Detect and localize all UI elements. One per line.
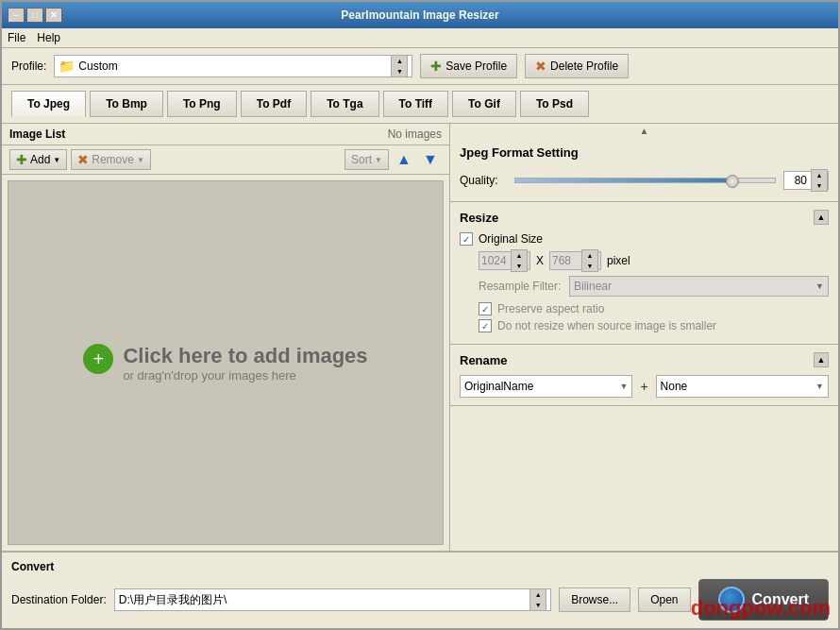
tab-bmp[interactable]: To Bmp — [90, 91, 163, 117]
format-tabs: To Jpeg To Bmp To Png To Pdf To Tga To T… — [2, 85, 838, 124]
sort-button[interactable]: Sort ▼ — [344, 149, 389, 170]
tab-png[interactable]: To Png — [167, 91, 237, 117]
preserve-aspect-checkbox[interactable] — [479, 302, 492, 315]
rename-collapse-button[interactable]: ▲ — [814, 352, 829, 367]
resize-options: Preserve aspect ratio Do not resize when… — [460, 302, 829, 332]
main-content: Image List No images ✚ Add ▼ ✖ Remove ▼ … — [2, 124, 838, 551]
rename-header: Rename ▲ — [460, 352, 829, 367]
menu-file[interactable]: File — [8, 31, 25, 44]
profile-spinner[interactable]: ▲ ▼ — [391, 55, 408, 77]
add-plus-icon: ✚ — [16, 152, 27, 167]
rename-section: Rename ▲ OriginalName ▼ + None ▼ — [450, 345, 838, 406]
right-panel: ▲ Jpeg Format Setting Quality: 80 — [450, 124, 838, 551]
image-list-toolbar: ✚ Add ▼ ✖ Remove ▼ Sort ▼ ▲ — [2, 145, 449, 175]
titlebar: − □ ✕ Pearlmountain Image Resizer — [2, 2, 838, 28]
move-up-button[interactable]: ▲ — [393, 149, 415, 170]
delete-profile-button[interactable]: ✖ Delete Profile — [525, 54, 629, 78]
width-spinner[interactable]: ▲ ▼ — [511, 249, 528, 272]
resize-collapse-button[interactable]: ▲ — [814, 210, 829, 225]
tab-tga[interactable]: To Tga — [311, 91, 378, 117]
rename-name-select[interactable]: OriginalName ▼ — [460, 375, 632, 398]
profile-label: Profile: — [11, 60, 46, 73]
quality-spin-up[interactable]: ▲ — [812, 170, 827, 180]
height-spin-up[interactable]: ▲ — [582, 250, 597, 261]
down-arrow-icon: ▼ — [423, 151, 438, 168]
original-size-row: Original Size — [460, 232, 829, 246]
width-spin-down[interactable]: ▼ — [512, 261, 527, 271]
jpeg-format-section: Jpeg Format Setting Quality: 80 ▲ ▼ — [450, 138, 838, 202]
x-separator: X — [536, 254, 544, 267]
resize-title: Resize — [460, 211, 498, 225]
save-profile-button[interactable]: ✚ Save Profile — [420, 54, 517, 78]
original-size-label: Original Size — [479, 232, 543, 246]
up-arrow-icon: ▲ — [396, 151, 412, 168]
jpeg-section-header: Jpeg Format Setting — [460, 145, 829, 160]
no-upscale-checkbox[interactable] — [479, 319, 492, 332]
width-input[interactable]: 1024 ▲ ▼ — [479, 251, 530, 270]
dest-spin-up[interactable]: ▲ — [530, 589, 546, 600]
close-button[interactable]: ✕ — [45, 8, 62, 23]
resample-value: Bilinear — [574, 280, 612, 293]
browse-button[interactable]: Browse... — [559, 587, 630, 612]
no-images-text: No images — [388, 128, 442, 141]
quality-row: Quality: 80 ▲ ▼ — [460, 167, 829, 194]
rename-suffix-select[interactable]: None ▼ — [656, 375, 829, 398]
rename-name-value: OriginalName — [464, 380, 533, 393]
tab-tiff[interactable]: To Tiff — [383, 91, 449, 117]
tab-gif[interactable]: To Gif — [452, 91, 516, 117]
menu-help[interactable]: Help — [37, 31, 60, 44]
preserve-aspect-label: Preserve aspect ratio — [497, 302, 604, 315]
window-title: Pearlmountain Image Resizer — [64, 9, 776, 22]
spin-up[interactable]: ▲ — [392, 56, 407, 66]
rename-plus-separator: + — [640, 379, 647, 394]
dest-spinner[interactable]: ▲ ▼ — [529, 588, 546, 611]
tab-pdf[interactable]: To Pdf — [241, 91, 307, 117]
convert-section-title: Convert — [11, 560, 829, 573]
quality-spinner[interactable]: ▲ ▼ — [811, 169, 828, 192]
watermark: dongpow.com — [691, 596, 831, 621]
move-down-button[interactable]: ▼ — [419, 149, 442, 170]
original-size-checkbox[interactable] — [460, 232, 473, 246]
dest-label: Destination Folder: — [11, 593, 107, 606]
no-upscale-row: Do not resize when source image is small… — [479, 319, 829, 332]
remove-button[interactable]: ✖ Remove ▼ — [71, 149, 151, 170]
image-drop-area[interactable]: + Click here to add images or drag'n'dro… — [8, 180, 444, 545]
resize-section: Resize ▲ Original Size 1024 ▲ ▼ X — [450, 202, 838, 345]
dimensions-row: 1024 ▲ ▼ X 768 ▲ ▼ pixel — [460, 251, 829, 270]
jpeg-section-title: Jpeg Format Setting — [460, 145, 579, 160]
resize-header: Resize ▲ — [460, 210, 829, 225]
resample-label: Resample Filter: — [479, 280, 563, 293]
width-spin-up[interactable]: ▲ — [512, 250, 527, 261]
dest-spin-down[interactable]: ▼ — [530, 600, 546, 610]
quality-slider[interactable] — [514, 178, 776, 183]
tab-psd[interactable]: To Psd — [520, 91, 589, 117]
sort-dropdown-icon: ▼ — [375, 156, 382, 164]
dest-folder-value: D:\用户目录我的图片\ — [119, 592, 227, 608]
resample-select[interactable]: Bilinear ▼ — [569, 276, 829, 297]
quality-spin-down[interactable]: ▼ — [812, 180, 827, 191]
spin-down[interactable]: ▼ — [392, 66, 407, 77]
drop-main-text: Click here to add images — [123, 344, 367, 368]
height-input[interactable]: 768 ▲ ▼ — [549, 251, 601, 270]
height-value: 768 — [552, 254, 571, 267]
scroll-up-icon: ▲ — [640, 126, 649, 136]
add-button[interactable]: ✚ Add ▼ — [9, 149, 67, 170]
height-spin-down[interactable]: ▼ — [582, 261, 597, 271]
profile-select[interactable]: 📁 Custom ▲ ▼ — [54, 55, 412, 77]
quality-value: 80 — [784, 174, 811, 187]
dest-folder-input[interactable]: D:\用户目录我的图片\ ▲ ▼ — [114, 588, 551, 611]
open-button[interactable]: Open — [638, 587, 690, 612]
no-upscale-label: Do not resize when source image is small… — [497, 319, 716, 332]
add-dropdown-icon: ▼ — [53, 156, 60, 164]
scroll-indicator: ▲ — [450, 124, 838, 138]
height-spinner[interactable]: ▲ ▼ — [581, 249, 598, 272]
left-panel: Image List No images ✚ Add ▼ ✖ Remove ▼ … — [2, 124, 450, 551]
profile-toolbar: Profile: 📁 Custom ▲ ▼ ✚ Save Profile ✖ D… — [2, 48, 838, 85]
profile-value: Custom — [78, 60, 117, 73]
image-list-header: Image List No images — [2, 124, 449, 145]
tab-jpeg[interactable]: To Jpeg — [11, 91, 86, 117]
maximize-button[interactable]: □ — [26, 8, 43, 23]
width-value: 1024 — [481, 254, 507, 267]
minimize-button[interactable]: − — [8, 8, 25, 23]
delete-cog-icon: ✖ — [535, 59, 546, 74]
